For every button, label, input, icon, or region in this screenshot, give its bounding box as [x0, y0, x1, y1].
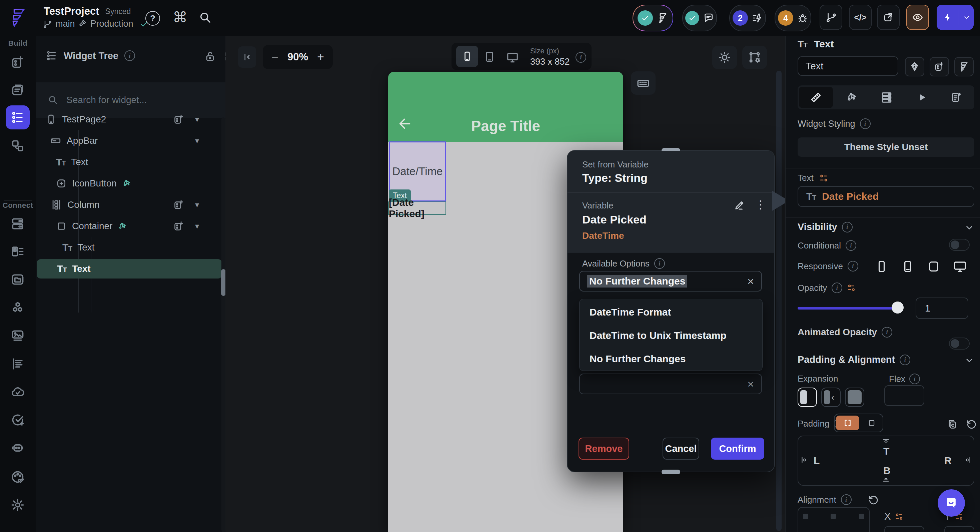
- preview-page-title[interactable]: Page Title: [388, 118, 623, 134]
- branch-row[interactable]: main Production: [43, 19, 149, 29]
- collapse-panel-button[interactable]: [238, 46, 256, 68]
- tree-row-text-selected[interactable]: TT Text: [37, 259, 222, 279]
- sidebar-item-components[interactable]: [6, 134, 30, 158]
- tree-row-column[interactable]: Column ▾: [36, 195, 221, 215]
- alignment-dot-top-right[interactable]: [859, 514, 864, 519]
- padding-alignment-header[interactable]: Padding & Alignment i: [798, 354, 910, 365]
- sidebar-item-ui-builder[interactable]: [6, 50, 30, 74]
- variable-binding-icon[interactable]: [895, 512, 904, 521]
- variable-binding-icon[interactable]: [819, 173, 829, 183]
- tab-styling[interactable]: [799, 87, 833, 108]
- modal-drag-handle-bottom[interactable]: [662, 470, 680, 474]
- tab-animations[interactable]: [905, 87, 939, 108]
- confirm-button[interactable]: Confirm: [711, 438, 764, 460]
- cancel-button[interactable]: Cancel: [663, 438, 699, 460]
- padding-top-label[interactable]: T: [883, 446, 889, 457]
- opacity-value-input[interactable]: 1: [916, 298, 968, 319]
- dropdown-option-2[interactable]: DateTime to Unix Timestamp: [590, 330, 727, 341]
- padding-right-label[interactable]: R: [944, 455, 951, 466]
- info-icon[interactable]: i: [860, 118, 871, 129]
- tree-row-testpage2[interactable]: TestPage2 ▾: [36, 110, 221, 129]
- device-tablet-button[interactable]: [484, 51, 495, 63]
- copy-padding-icon[interactable]: [946, 419, 958, 430]
- search-button[interactable]: [199, 11, 212, 24]
- canvas-settings-button[interactable]: [742, 46, 767, 69]
- zoom-out-button[interactable]: −: [271, 50, 278, 64]
- sidebar-item-ai-agent[interactable]: [6, 436, 30, 460]
- padding-top-handle[interactable]: [881, 438, 890, 446]
- sidebar-item-theme[interactable]: [6, 465, 30, 489]
- sidebar-item-data-types[interactable]: [6, 239, 30, 263]
- remove-button[interactable]: Remove: [579, 438, 629, 460]
- conditional-toggle[interactable]: [949, 239, 970, 251]
- device-phone-button[interactable]: [456, 46, 478, 67]
- tree-row-text[interactable]: TT Text: [36, 153, 221, 172]
- sidebar-item-database[interactable]: [6, 212, 30, 236]
- alignment-dot-top-center[interactable]: [830, 514, 836, 519]
- padding-right-handle[interactable]: [963, 456, 972, 464]
- tree-scrollbar-thumb[interactable]: [221, 269, 226, 296]
- info-icon[interactable]: i: [909, 374, 920, 384]
- add-widget-icon[interactable]: [173, 220, 185, 232]
- preview-button[interactable]: [906, 5, 929, 30]
- tree-row-appbar[interactable]: AppBar ▾: [36, 131, 221, 150]
- tab-actions[interactable]: [834, 87, 868, 108]
- info-icon[interactable]: i: [832, 282, 842, 293]
- visibility-collapse-icon[interactable]: [964, 223, 974, 233]
- sidebar-item-storage[interactable]: [6, 268, 30, 291]
- secondary-option-input[interactable]: ×: [579, 374, 762, 394]
- code-health-pill[interactable]: [633, 5, 673, 31]
- theme-style-button[interactable]: Theme Style Unset: [798, 137, 974, 157]
- widget-name-input[interactable]: [798, 56, 898, 76]
- info-icon[interactable]: i: [848, 261, 858, 271]
- flutterflow-docs-button[interactable]: [955, 57, 974, 76]
- sidebar-item-pages[interactable]: [6, 78, 30, 102]
- collapse-caret-icon[interactable]: ▾: [195, 221, 199, 231]
- canvas-scrollbar[interactable]: [776, 71, 781, 531]
- padding-mode-individual[interactable]: [861, 416, 883, 430]
- edit-variable-icon[interactable]: [733, 199, 746, 211]
- expansion-option-start[interactable]: [798, 387, 817, 407]
- sidebar-item-widget-tree[interactable]: [6, 105, 30, 129]
- option-select-input[interactable]: No Further Changes ×: [579, 271, 762, 291]
- sidebar-item-content[interactable]: [6, 352, 30, 376]
- deploy-chevron-icon[interactable]: [959, 14, 974, 21]
- help-button[interactable]: ?: [145, 11, 160, 25]
- sidebar-item-settings[interactable]: [6, 493, 30, 517]
- responsive-phone-icon[interactable]: [875, 260, 888, 273]
- opacity-slider-track[interactable]: [798, 307, 901, 309]
- variable-menu-icon[interactable]: ⋮: [755, 198, 767, 211]
- lock-icon[interactable]: [204, 50, 216, 62]
- reset-alignment-icon[interactable]: [868, 494, 879, 506]
- padding-bottom-handle[interactable]: [881, 474, 890, 483]
- info-icon[interactable]: i: [654, 258, 665, 269]
- collapse-caret-icon[interactable]: ▾: [195, 115, 199, 124]
- responsive-phone-landscape-icon[interactable]: [901, 260, 914, 273]
- sidebar-item-tests[interactable]: [6, 408, 30, 432]
- issues-pill[interactable]: 4: [775, 5, 811, 31]
- sidebar-item-integrations[interactable]: [6, 296, 30, 320]
- info-icon[interactable]: i: [842, 222, 853, 233]
- tree-row-text-child[interactable]: TT Text: [36, 238, 221, 257]
- padding-mode-linked[interactable]: [836, 416, 859, 430]
- app-logo[interactable]: [0, 0, 36, 36]
- sidebar-item-media-assets[interactable]: [6, 324, 30, 348]
- code-view-button[interactable]: </>: [849, 5, 872, 30]
- info-icon[interactable]: i: [881, 327, 892, 338]
- animated-opacity-toggle[interactable]: [949, 338, 970, 350]
- info-icon[interactable]: i: [900, 355, 910, 365]
- theme-diamond-button[interactable]: [905, 57, 924, 76]
- opacity-slider-thumb[interactable]: [892, 301, 904, 314]
- deploy-split-button[interactable]: [937, 5, 974, 30]
- add-widget-icon[interactable]: [173, 114, 185, 125]
- info-icon[interactable]: i: [124, 50, 135, 61]
- tab-backend[interactable]: [870, 87, 904, 108]
- clear-option-icon[interactable]: ×: [747, 275, 754, 288]
- expansion-option-expanded[interactable]: [845, 387, 864, 407]
- padding-left-handle[interactable]: [800, 456, 809, 464]
- tree-row-container[interactable]: Container ▾: [36, 217, 221, 236]
- zoom-in-button[interactable]: +: [317, 50, 324, 64]
- preview-appbar[interactable]: Page Title: [388, 72, 623, 142]
- convert-to-component-button[interactable]: [930, 57, 949, 76]
- text-value-input[interactable]: TT Date Picked: [798, 186, 974, 207]
